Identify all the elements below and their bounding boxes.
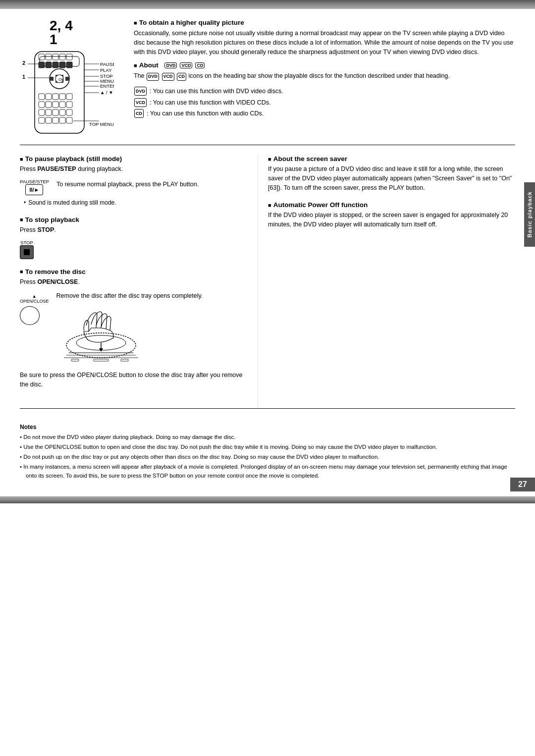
svg-rect-64	[121, 359, 128, 361]
notes-item-3: • Do not push up on the disc tray or put…	[20, 453, 515, 461]
svg-rect-23	[66, 94, 72, 100]
autopower-subsection: Automatic Power Off function If the DVD …	[268, 201, 515, 229]
svg-text:PLAY: PLAY	[100, 67, 112, 73]
pause-resume-text: To resume normal playback, press the PLA…	[56, 180, 199, 189]
disc-list-item-dvd: DVD : You can use this function with DVD…	[134, 86, 515, 97]
svg-rect-62	[71, 359, 79, 361]
remote-svg: OK	[20, 49, 114, 136]
remove-instruction-text: Remove the disc after the disc tray open…	[56, 291, 203, 367]
svg-rect-32	[59, 109, 65, 115]
svg-rect-30	[46, 109, 52, 115]
svg-rect-31	[53, 109, 58, 115]
cd-icon-about: CD	[195, 62, 205, 68]
middle-section: To pause playback (still mode) Press PAU…	[20, 155, 515, 409]
svg-rect-27	[59, 102, 65, 108]
stop-heading: To stop playback	[20, 216, 248, 223]
svg-rect-15	[50, 77, 54, 81]
remote-number: 2, 41	[50, 19, 119, 47]
svg-text:OK: OK	[58, 77, 64, 82]
svg-rect-36	[53, 117, 58, 123]
pause-button-row: PAUSE/STEP II/► To resume normal playbac…	[20, 179, 248, 195]
svg-rect-11	[66, 62, 72, 68]
disc-list-item-cd: CD : You can use this function with audi…	[134, 108, 515, 119]
svg-rect-34	[39, 117, 45, 123]
svg-rect-3	[46, 54, 52, 60]
screensaver-heading: About the screen saver	[268, 155, 515, 162]
vcd-icon-about: VCD	[180, 62, 192, 68]
svg-text:PAUSE/STEP: PAUSE/STEP	[100, 61, 114, 67]
sidebar-label: Basic playback	[527, 191, 533, 238]
disc-list: DVD : You can use this function with DVD…	[134, 86, 515, 119]
pause-subsection: To pause playback (still mode) Press PAU…	[20, 155, 248, 207]
notes-item-2: • Use the OPEN/CLOSE button to open and …	[20, 443, 515, 451]
pause-sound-note: • Sound is muted during still mode.	[24, 198, 248, 207]
svg-rect-4	[53, 54, 58, 60]
remote-diagram: 2, 41	[20, 19, 119, 137]
vcd-icon-inline: VCD	[162, 73, 174, 81]
svg-rect-5	[59, 54, 65, 60]
svg-rect-37	[59, 117, 65, 123]
autopower-heading: Automatic Power Off function	[268, 201, 515, 209]
svg-rect-6	[66, 54, 72, 60]
left-column: To pause playback (still mode) Press PAU…	[20, 155, 258, 408]
dvd-icon-about: DVD	[164, 62, 177, 68]
svg-rect-21	[53, 94, 58, 100]
svg-rect-22	[59, 94, 65, 100]
svg-rect-29	[39, 109, 45, 115]
top-decorative-bar	[0, 0, 535, 9]
svg-rect-7	[39, 62, 45, 68]
autopower-text: If the DVD video player is stopped, or t…	[268, 211, 515, 229]
screensaver-text: If you pause a picture of a DVD video di…	[268, 164, 515, 192]
pause-instruction: Press PAUSE/STEP during playback.	[20, 164, 248, 174]
page-content: 2, 41	[0, 9, 535, 491]
svg-rect-8	[46, 62, 52, 68]
svg-rect-28	[66, 102, 72, 108]
right-top-content: To obtain a higher quality picture Occas…	[134, 19, 515, 137]
svg-rect-35	[46, 117, 52, 123]
stop-instruction: Press STOP.	[20, 225, 248, 235]
about-heading: About DVD VCD CD	[134, 61, 515, 69]
stop-btn-inner	[24, 249, 30, 255]
stop-btn-icon: STOP	[20, 240, 34, 259]
bottom-note-remove: Be sure to press the OPEN/CLOSE button t…	[20, 371, 248, 389]
stop-button-row: STOP	[20, 240, 248, 259]
bottom-decorative-bar	[0, 496, 535, 503]
quality-heading: To obtain a higher quality picture	[134, 19, 515, 26]
remove-instruction: Press OPEN/CLOSE.	[20, 277, 248, 287]
svg-rect-38	[66, 117, 72, 123]
disc-tray-svg	[56, 306, 146, 365]
svg-rect-26	[53, 102, 58, 108]
cd-icon-list: CD	[134, 109, 144, 118]
svg-text:1: 1	[22, 74, 25, 80]
open-close-area: ▲OPEN/CLOSE	[20, 294, 49, 325]
svg-rect-25	[46, 102, 52, 108]
dvd-icon-inline: DVD	[147, 73, 159, 81]
page-number: 27	[510, 478, 535, 491]
svg-rect-24	[39, 102, 45, 108]
vcd-icon-list: VCD	[134, 98, 147, 107]
notes-item-1: • Do not move the DVD video player durin…	[20, 433, 515, 441]
remove-heading: To remove the disc	[20, 268, 248, 275]
svg-rect-20	[46, 94, 52, 100]
svg-text:TOP MENU: TOP MENU	[89, 121, 114, 127]
svg-text:▲ / ▼: ▲ / ▼	[100, 90, 113, 95]
svg-rect-19	[39, 94, 45, 100]
dvd-icon-list: DVD	[134, 87, 147, 96]
sidebar-tab: Basic playback	[524, 182, 535, 247]
svg-text:ENTER: ENTER	[100, 83, 114, 89]
right-column: About the screen saver If you pause a pi…	[258, 155, 515, 408]
remove-subsection: To remove the disc Press OPEN/CLOSE. ▲OP…	[20, 268, 248, 389]
svg-rect-63	[94, 359, 108, 361]
svg-rect-16	[65, 77, 69, 81]
disc-removal-area: ▲OPEN/CLOSE Remove the disc after the di…	[20, 291, 248, 367]
quality-text: Occasionally, some picture noise not usu…	[134, 29, 515, 56]
pause-step-label: PAUSE/STEP	[20, 179, 49, 184]
cd-icon-inline: CD	[177, 73, 186, 81]
pause-btn: II/►	[25, 184, 43, 195]
notes-heading: Notes	[20, 424, 515, 431]
stop-subsection: To stop playback Press STOP. STOP	[20, 216, 248, 259]
screensaver-subsection: About the screen saver If you pause a pi…	[268, 155, 515, 192]
stop-btn	[20, 245, 34, 259]
svg-rect-10	[59, 62, 65, 68]
notes-item-4: • In many instances, a menu screen will …	[20, 463, 515, 480]
